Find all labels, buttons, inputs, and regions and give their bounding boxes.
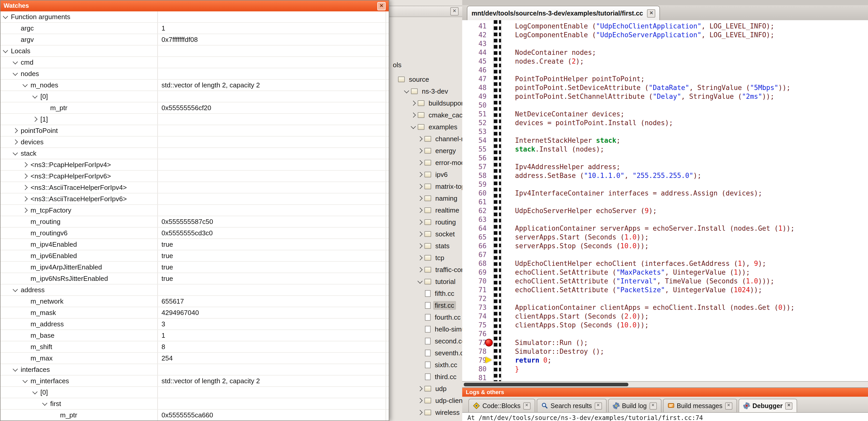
chevron-right-icon[interactable] <box>417 255 423 260</box>
watch-row[interactable]: [1] <box>1 114 389 125</box>
chevron-right-icon[interactable] <box>417 244 423 249</box>
chevron-right-icon[interactable] <box>417 184 423 189</box>
code-line[interactable]: 56 <box>462 154 868 162</box>
watch-row[interactable]: argc1 <box>1 23 389 34</box>
logs-tab-code-blocks[interactable]: Code::Blocks✕ <box>468 399 535 412</box>
tree-item-tutorial[interactable]: tutorial <box>389 276 462 288</box>
expander-icon[interactable] <box>13 129 21 132</box>
code-line[interactable]: 53 <box>462 127 868 136</box>
tree-item-udp[interactable]: udp <box>389 383 462 395</box>
watch-row[interactable]: m_base1 <box>1 330 389 342</box>
code-line[interactable]: 78Simulator::Destroy (); <box>462 347 868 356</box>
code-line[interactable]: 77Simulator::Run (); <box>462 338 868 347</box>
code-line[interactable]: 42LogComponentEnable ("UdpEchoServerAppl… <box>462 31 868 39</box>
expander-icon[interactable] <box>23 84 31 86</box>
tree-item-examples[interactable]: examples <box>389 121 462 133</box>
code-line[interactable]: 57Ipv4AddressHelper address; <box>462 162 868 171</box>
watch-row[interactable]: m_nodesstd::vector of length 2, capacity… <box>1 79 389 91</box>
tree-item-ols[interactable]: ols <box>389 59 462 71</box>
breakpoint-icon[interactable] <box>485 339 493 347</box>
chevron-right-icon[interactable] <box>417 220 423 225</box>
code-line[interactable]: 70echoClient.SetAttribute ("Interval", T… <box>462 277 868 286</box>
code-line[interactable]: 41LogComponentEnable ("UdpEchoClientAppl… <box>462 22 868 31</box>
code-line[interactable]: 45nodes.Create (2); <box>462 57 868 66</box>
watch-row[interactable]: [0] <box>1 387 389 398</box>
tree-item-error-model[interactable]: error-model <box>389 157 462 169</box>
watch-row[interactable]: address <box>1 285 389 296</box>
code-line[interactable]: 58address.SetBase ("10.1.1.0", "255.255.… <box>462 171 868 180</box>
editor-horizontal-scrollbar[interactable] <box>462 381 868 387</box>
file-tree-close-button[interactable]: ✕ <box>450 7 459 15</box>
code-line[interactable]: 59 <box>462 180 868 189</box>
watch-row[interactable]: m_ipv4Enabledtrue <box>1 239 389 250</box>
code-editor[interactable]: 41LogComponentEnable ("UdpEchoClientAppl… <box>462 20 868 382</box>
expander-icon[interactable] <box>33 391 40 394</box>
expander-icon[interactable] <box>4 50 11 52</box>
tree-item-wireless[interactable]: wireless <box>389 407 462 418</box>
watch-row[interactable]: <ns3::PcapHelperForIpv6> <box>1 171 389 182</box>
watch-row[interactable]: [0] <box>1 91 389 102</box>
tree-item-buildsupport[interactable]: buildsupport <box>389 97 462 109</box>
code-line[interactable]: 80} <box>462 365 868 374</box>
logs-tab-close-button[interactable]: ✕ <box>594 402 602 409</box>
watch-row[interactable]: first <box>1 398 389 410</box>
chevron-down-icon[interactable] <box>417 279 423 284</box>
tree-item-stats[interactable]: stats <box>389 240 462 252</box>
tree-item-sixth-cc[interactable]: sixth.cc <box>389 359 462 371</box>
expander-icon[interactable] <box>33 95 40 98</box>
watch-row[interactable]: m_ipv6NsRsJitterEnabledtrue <box>1 273 389 285</box>
watch-row[interactable]: m_ipv6Enabledtrue <box>1 250 389 262</box>
expander-icon[interactable] <box>13 72 21 75</box>
code-line[interactable]: 54InternetStackHelper stack; <box>462 136 868 145</box>
code-line[interactable]: 55stack.Install (nodes); <box>462 145 868 154</box>
code-line[interactable]: 43 <box>462 39 868 48</box>
watch-row[interactable]: m_max254 <box>1 353 389 364</box>
watch-row[interactable]: <ns3::PcapHelperForIpv4> <box>1 159 389 171</box>
code-line[interactable]: 46 <box>462 66 868 74</box>
code-line[interactable]: 63 <box>462 215 868 224</box>
watch-row[interactable]: m_interfacesstd::vector of length 2, cap… <box>1 376 389 387</box>
code-line[interactable]: 65serverApps.Start (Seconds (1.0)); <box>462 233 868 241</box>
expander-icon[interactable] <box>23 174 31 178</box>
logs-tab-search-results[interactable]: Search results✕ <box>536 399 607 412</box>
watch-row[interactable]: m_network655617 <box>1 296 389 307</box>
watch-row[interactable]: Locals <box>1 45 389 57</box>
expander-icon[interactable] <box>23 380 31 382</box>
tree-item-udp-client-ser[interactable]: udp-client-ser <box>389 395 462 407</box>
watch-row[interactable]: interfaces <box>1 364 389 376</box>
watch-row[interactable]: m_shift8 <box>1 342 389 353</box>
watch-row[interactable]: m_tcpFactory <box>1 205 389 216</box>
tree-item-routing[interactable]: routing <box>389 216 462 228</box>
code-line[interactable]: 72 <box>462 294 868 303</box>
tree-item-source[interactable]: source <box>389 73 462 85</box>
expander-icon[interactable] <box>23 163 31 166</box>
chevron-right-icon[interactable] <box>417 231 423 237</box>
editor-tab-first-cc[interactable]: mnt/dev/tools/source/ns-3-dev/examples/t… <box>467 6 660 21</box>
chevron-right-icon[interactable] <box>417 148 423 153</box>
expander-icon[interactable] <box>23 208 31 212</box>
code-line[interactable]: 44NodeContainer nodes; <box>462 48 868 57</box>
chevron-right-icon[interactable] <box>417 267 423 272</box>
chevron-right-icon[interactable] <box>417 172 423 177</box>
logs-tab-close-button[interactable]: ✕ <box>785 402 793 409</box>
logs-tab-build-log[interactable]: Build log✕ <box>608 399 661 412</box>
code-line[interactable]: 66serverApps.Stop (Seconds (10.0)); <box>462 241 868 250</box>
tree-item-socket[interactable]: socket <box>389 228 462 240</box>
code-line[interactable]: 79return 0; <box>462 356 868 365</box>
chevron-right-icon[interactable] <box>417 136 423 141</box>
watch-row[interactable]: Function arguments <box>1 11 389 23</box>
chevron-right-icon[interactable] <box>417 208 423 213</box>
tree-item-seventh-cc[interactable]: seventh.cc <box>389 347 462 359</box>
code-line[interactable]: 62UdpEchoServerHelper echoServer (9); <box>462 206 868 215</box>
watch-row[interactable]: pointToPoint <box>1 125 389 136</box>
tree-item-hello-simul[interactable]: hello-simul <box>389 323 462 335</box>
expander-icon[interactable] <box>4 15 11 18</box>
logs-tab-close-button[interactable]: ✕ <box>523 402 530 409</box>
watch-row[interactable]: <ns3::AsciiTraceHelperForIpv4> <box>1 182 389 193</box>
expander-icon[interactable] <box>43 402 50 405</box>
chevron-right-icon[interactable] <box>417 196 423 201</box>
logs-tab-debugger[interactable]: Debugger✕ <box>739 399 797 412</box>
watch-row[interactable]: m_address3 <box>1 319 389 330</box>
watch-row[interactable]: m_routingv60x5555555cd3c0 <box>1 228 389 239</box>
watches-titlebar[interactable]: Watches ✕ <box>1 1 389 11</box>
